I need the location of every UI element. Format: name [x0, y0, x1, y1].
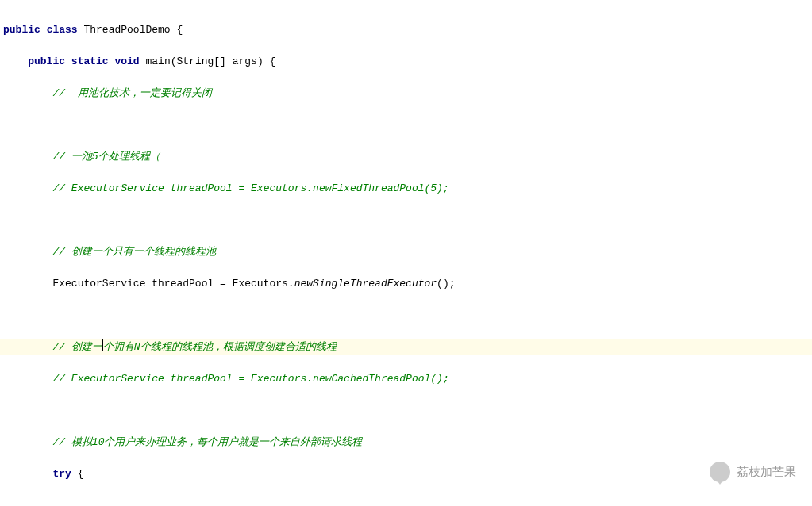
watermark: 荔枝加芒果 [710, 462, 796, 482]
code-line [3, 117, 812, 133]
code-line: // ExecutorService threadPool = Executor… [3, 181, 812, 197]
code-line: try { [3, 466, 812, 482]
code-line-current: // 创建一个拥有N个线程的线程池，根据调度创建合适的线程 [0, 339, 812, 355]
code-line: // 创建一个只有一个线程的线程池 [3, 244, 812, 260]
text-cursor [102, 339, 103, 351]
code-line [3, 403, 812, 419]
code-editor[interactable]: public class ThreadPoolDemo { public sta… [0, 0, 812, 506]
wechat-icon [710, 462, 730, 482]
code-line [3, 213, 812, 228]
code-line: // 一池5个处理线程（ [3, 149, 812, 165]
code-line [3, 498, 812, 506]
code-line [3, 308, 812, 324]
code-line: public static void main(String[] args) { [3, 54, 812, 70]
code-line: public class ThreadPoolDemo { [3, 22, 812, 38]
watermark-text: 荔枝加芒果 [737, 464, 796, 480]
code-line: // ExecutorService threadPool = Executor… [3, 371, 812, 387]
code-line: // 模拟10个用户来办理业务，每个用户就是一个来自外部请求线程 [3, 435, 812, 450]
code-line: // 用池化技术，一定要记得关闭 [3, 86, 812, 102]
code-line: ExecutorService threadPool = Executors.n… [3, 276, 812, 292]
